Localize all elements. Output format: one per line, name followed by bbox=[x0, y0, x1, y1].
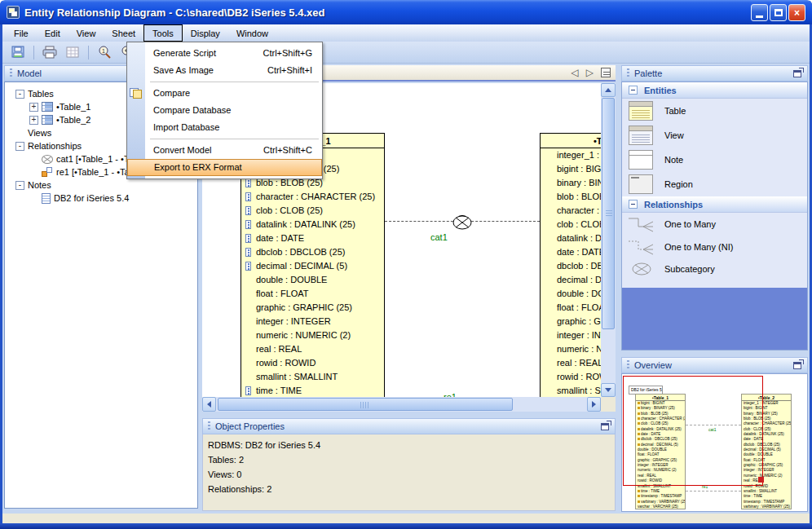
canvas-vertical-scrollbar[interactable] bbox=[601, 83, 616, 397]
menu-item[interactable]: Compare bbox=[127, 85, 322, 102]
minimize-button[interactable] bbox=[751, 4, 768, 21]
tree-expander[interactable]: - bbox=[15, 142, 24, 151]
palette-item-one-to-many[interactable]: One to Many bbox=[622, 213, 807, 236]
palette-item-view[interactable]: View bbox=[622, 123, 807, 148]
relationship-label-cat1[interactable]: cat1 bbox=[430, 232, 448, 242]
table-field[interactable]: character : CHARACTER (25) bbox=[241, 190, 384, 204]
menubar-item[interactable]: Window bbox=[228, 24, 276, 42]
table-field[interactable]: numeric : NUMERIC (2) bbox=[241, 328, 384, 342]
menu-item[interactable]: Import Database bbox=[127, 119, 322, 136]
collapse-icon[interactable] bbox=[629, 200, 638, 209]
object-properties-header[interactable]: Object Properties bbox=[202, 418, 616, 434]
menu-item[interactable]: Generate Script Ctrl+Shift+G bbox=[127, 45, 322, 62]
tree-expander[interactable]: - bbox=[15, 181, 24, 190]
table-field[interactable]: decimal : DECIMAL (5) bbox=[541, 273, 601, 287]
panel-grip[interactable] bbox=[10, 68, 12, 78]
panel-grip[interactable] bbox=[627, 360, 629, 370]
table-field[interactable]: dbclob : DBCLOB (25) bbox=[241, 245, 384, 259]
scroll-down-button[interactable] bbox=[601, 383, 616, 397]
table-field[interactable]: double : DOUBLE bbox=[541, 287, 601, 301]
tree-expander[interactable]: + bbox=[29, 116, 38, 125]
close-button[interactable]: × bbox=[788, 4, 805, 21]
maximize-button[interactable] bbox=[770, 4, 787, 21]
menubar-item[interactable]: View bbox=[68, 24, 104, 42]
menu-item[interactable]: Export to ERX Format bbox=[127, 159, 322, 176]
panel-grip[interactable] bbox=[208, 421, 210, 431]
sheet-button[interactable] bbox=[64, 44, 82, 61]
table-field[interactable]: dbclob : DBCLOB (25) bbox=[541, 259, 601, 273]
menubar-item[interactable]: Sheet bbox=[104, 24, 143, 42]
float-panel-icon[interactable] bbox=[793, 362, 801, 369]
tab-scroll-right-icon[interactable]: ▷ bbox=[586, 67, 594, 78]
menu-item[interactable]: Compare Database bbox=[127, 102, 322, 119]
table-field[interactable]: datalink : DATALINK (25) bbox=[541, 231, 601, 245]
table-field[interactable]: integer : INTEGER bbox=[241, 315, 384, 328]
overview-header[interactable]: Overview bbox=[621, 357, 808, 373]
canvas-horizontal-scrollbar[interactable] bbox=[202, 397, 601, 412]
scroll-up-button[interactable] bbox=[601, 83, 616, 97]
float-panel-icon[interactable] bbox=[601, 423, 609, 430]
menu-item[interactable]: Convert Model Ctrl+Shift+C bbox=[127, 142, 322, 159]
tree-expander[interactable]: + bbox=[29, 103, 38, 112]
palette-item-note[interactable]: Note bbox=[622, 148, 807, 172]
panel-grip[interactable] bbox=[627, 68, 629, 78]
collapse-icon[interactable] bbox=[629, 86, 638, 95]
entities-section-header[interactable]: Entities bbox=[622, 82, 807, 99]
menu-item[interactable]: Save As Image Ctrl+Shift+I bbox=[127, 62, 322, 79]
table-field[interactable]: integer : INTEGER bbox=[541, 328, 601, 342]
table-field[interactable]: date : DATE bbox=[541, 245, 601, 259]
overview-viewport-handle[interactable] bbox=[758, 477, 764, 483]
relationships-section-header[interactable]: Relationships bbox=[622, 196, 807, 213]
table-field[interactable]: clob : CLOB (25) bbox=[241, 204, 384, 218]
table-field[interactable]: bigint : BIGINT bbox=[541, 162, 601, 176]
table-field[interactable]: smallint : SMALLINT bbox=[241, 370, 384, 384]
tree-item[interactable]: - Notes bbox=[5, 179, 197, 192]
table-field[interactable]: decimal : DECIMAL (5) bbox=[241, 259, 384, 273]
menubar-item[interactable]: Edit bbox=[37, 24, 68, 42]
subcategory-symbol[interactable] bbox=[451, 212, 474, 231]
table-field[interactable]: rowid : ROWID bbox=[541, 370, 601, 384]
tree-expander[interactable]: - bbox=[15, 90, 24, 99]
scroll-right-button[interactable] bbox=[587, 397, 601, 412]
zoom-actual-button[interactable]: 1 bbox=[95, 44, 113, 61]
table-field[interactable]: date : DATE bbox=[241, 231, 384, 245]
scroll-left-button[interactable] bbox=[202, 397, 216, 412]
menubar-item[interactable]: File bbox=[6, 24, 37, 42]
table-field[interactable]: graphic : GRAPHIC (25) bbox=[241, 301, 384, 315]
table-field[interactable]: graphic : GRAPHIC (25) bbox=[541, 315, 601, 328]
table-field[interactable]: character : CHARACTER (25) bbox=[541, 204, 601, 218]
palette-item-region[interactable]: Region bbox=[622, 172, 807, 196]
horizontal-scroll-thumb[interactable] bbox=[218, 398, 513, 411]
palette-item-table[interactable]: Table bbox=[622, 99, 807, 123]
table-field[interactable]: integer_1 : INTEGER bbox=[541, 148, 601, 162]
save-button[interactable] bbox=[9, 44, 27, 61]
table-field[interactable]: time : TIME bbox=[241, 384, 384, 397]
table-field[interactable]: rowid : ROWID bbox=[241, 356, 384, 370]
table-field[interactable]: real : REAL bbox=[241, 342, 384, 356]
table-2-header[interactable]: •Table_2 bbox=[541, 134, 601, 148]
table-field[interactable]: binary : BINARY (25) bbox=[541, 176, 601, 190]
print-button[interactable] bbox=[41, 44, 59, 61]
table-field[interactable]: float : FLOAT bbox=[241, 287, 384, 301]
title-bar[interactable]: Entity Relationship Diagram - C:\shared\… bbox=[0, 0, 812, 24]
table-field[interactable]: clob : CLOB (25) bbox=[541, 218, 601, 231]
float-panel-icon[interactable] bbox=[793, 70, 801, 77]
table-field[interactable]: datalink : DATALINK (25) bbox=[241, 218, 384, 231]
overview-panel[interactable]: DB2 for iSeries 5.4 •Table_1 bigint : BI… bbox=[621, 373, 808, 512]
palette-item-one-to-many-ni[interactable]: One to Many (NI) bbox=[622, 236, 807, 258]
menubar-item[interactable]: Display bbox=[183, 24, 228, 42]
vertical-scroll-thumb[interactable] bbox=[602, 98, 615, 329]
table-field[interactable]: double : DOUBLE bbox=[241, 273, 384, 287]
tab-list-icon[interactable] bbox=[601, 68, 611, 77]
table-field[interactable]: float : FLOAT bbox=[541, 301, 601, 315]
tree-item[interactable]: DB2 for iSeries 5.4 bbox=[5, 192, 197, 205]
table-field[interactable]: real : REAL bbox=[541, 356, 601, 370]
tab-scroll-left-icon[interactable]: ◁ bbox=[571, 67, 579, 78]
table-field[interactable]: blob : BLOB (25) bbox=[541, 190, 601, 204]
menubar-item[interactable]: Tools bbox=[143, 24, 183, 42]
table-field[interactable]: smallint : SMALLINT bbox=[541, 384, 601, 397]
palette-item-subcategory[interactable]: Subcategory bbox=[622, 258, 807, 280]
entity-table-2[interactable]: •Table_2 integer_1 : INTEGER bigint : BI… bbox=[540, 133, 601, 397]
palette-header[interactable]: Palette bbox=[621, 65, 808, 82]
table-field[interactable]: numeric : NUMERIC (2) bbox=[541, 342, 601, 356]
